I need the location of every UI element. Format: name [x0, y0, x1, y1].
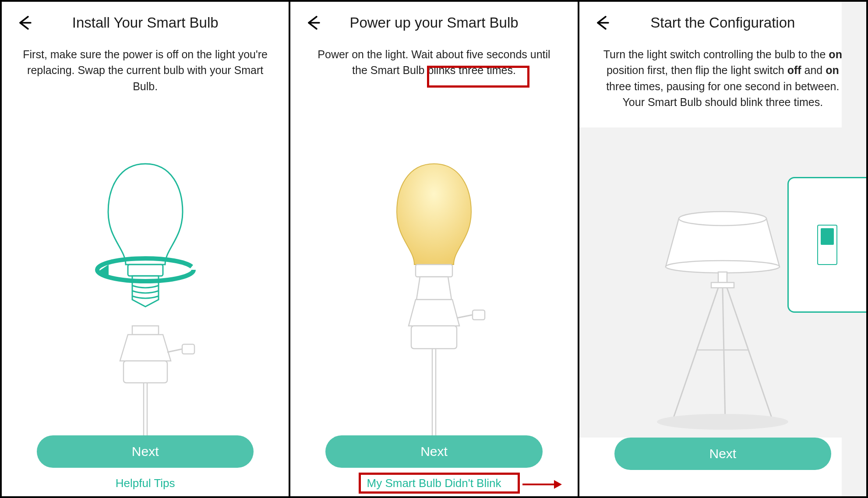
- header: Start the Configuration: [579, 2, 866, 38]
- next-button-label: Next: [709, 446, 736, 461]
- back-arrow-icon: [593, 14, 611, 32]
- bulb-install-illustration: [2, 94, 289, 435]
- svg-point-19: [679, 212, 766, 226]
- svg-line-25: [723, 288, 725, 422]
- description-text: Power on the light. Wait about five seco…: [290, 38, 577, 78]
- next-button[interactable]: Next: [614, 438, 831, 470]
- back-arrow-icon: [304, 14, 322, 32]
- svg-rect-8: [182, 344, 194, 354]
- next-button[interactable]: Next: [325, 435, 542, 468]
- svg-rect-4: [123, 361, 167, 383]
- svg-rect-15: [473, 310, 485, 320]
- svg-rect-1: [128, 265, 163, 276]
- svg-point-27: [657, 414, 788, 430]
- didnt-blink-link[interactable]: My Smart Bulb Didn't Blink: [367, 477, 501, 490]
- page-title: Power up your Smart Bulb: [324, 14, 544, 31]
- header: Install Your Smart Bulb: [2, 2, 289, 38]
- next-button-label: Next: [420, 444, 448, 459]
- svg-rect-10: [416, 265, 452, 277]
- wall-switch-card[interactable]: [787, 177, 866, 313]
- header: Power up your Smart Bulb: [290, 2, 577, 38]
- back-button[interactable]: [303, 12, 324, 33]
- svg-rect-11: [411, 326, 457, 349]
- svg-line-24: [727, 288, 773, 420]
- description-text: Turn the light switch controlling the bu…: [579, 38, 866, 110]
- svg-rect-22: [711, 283, 734, 288]
- page-title: Start the Configuration: [613, 14, 833, 31]
- svg-line-14: [457, 314, 474, 318]
- helpful-tips-link[interactable]: Helpful Tips: [116, 477, 175, 490]
- panel-install: Install Your Smart Bulb First, make sure…: [2, 2, 290, 496]
- svg-rect-21: [718, 272, 727, 283]
- back-button[interactable]: [14, 12, 35, 33]
- wall-switch-icon: [817, 225, 837, 265]
- svg-point-20: [666, 261, 780, 273]
- svg-line-23: [673, 288, 718, 420]
- next-button-label: Next: [132, 444, 159, 459]
- bulb-glowing-illustration: [290, 78, 577, 436]
- panel-configuration: Start the Configuration Turn the light s…: [579, 2, 866, 496]
- back-button[interactable]: [592, 12, 613, 33]
- description-text: First, make sure the power is off on the…: [2, 38, 289, 94]
- page-title: Install Your Smart Bulb: [35, 14, 255, 31]
- panel-power-up: Power up your Smart Bulb Power on the li…: [290, 2, 579, 496]
- next-button[interactable]: Next: [37, 435, 254, 468]
- svg-line-7: [167, 349, 184, 352]
- back-arrow-icon: [16, 14, 33, 32]
